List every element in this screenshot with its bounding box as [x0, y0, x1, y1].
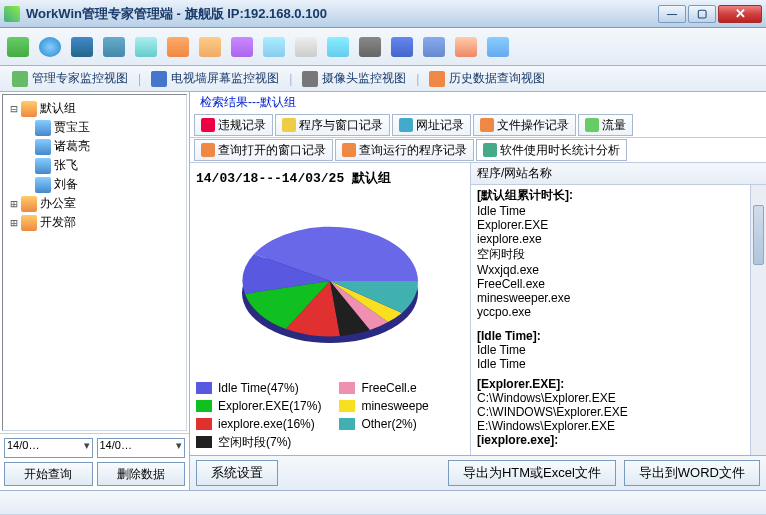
export-word-button[interactable]: 导出到WORD文件: [624, 460, 760, 486]
close-button[interactable]: ✕: [718, 5, 762, 23]
start-query-button[interactable]: 开始查询: [4, 462, 93, 486]
search-result-label: 检索结果---默认组: [190, 92, 766, 113]
delete-data-button[interactable]: 删除数据: [97, 462, 186, 486]
sidebar: ⊟默认组 贾宝玉 诸葛亮 张飞 刘备 ⊞办公室 ⊞开发部 14/0… 14/0……: [0, 92, 190, 490]
view-history-label: 历史数据查询视图: [449, 70, 545, 87]
tb-user-icon[interactable]: [452, 34, 480, 60]
stats-row: C:\WINDOWS\Explorer.EXE: [477, 405, 760, 419]
tab-fileops[interactable]: 文件操作记录: [473, 114, 576, 136]
tb-msg-icon[interactable]: [132, 34, 160, 60]
stats-row: Idle Time6: [477, 204, 760, 218]
stats-panel: 程序/网站名称 [默认组累计时长]: Idle Time6 Explorer.E…: [470, 163, 766, 455]
stats-row: minesweeper.exe4: [477, 291, 760, 305]
stats-section: [Idle Time]:: [477, 329, 760, 343]
tb-clear-icon[interactable]: [292, 34, 320, 60]
record-tabs-row2: 查询打开的窗口记录 查询运行的程序记录 软件使用时长统计分析: [190, 138, 766, 163]
stats-section: [iexplore.exe]:: [477, 433, 760, 447]
status-bar: [0, 490, 766, 514]
tree-node[interactable]: 刘备: [7, 175, 182, 194]
scroll-thumb[interactable]: [753, 205, 764, 265]
legend-item: 空闲时段(7%): [196, 433, 321, 451]
tb-card-icon[interactable]: [420, 34, 448, 60]
stats-row: C:\Windows\Explorer.EXE: [477, 391, 760, 405]
legend-item: Other(2%): [339, 415, 428, 433]
client-tree[interactable]: ⊟默认组 贾宝玉 诸葛亮 张飞 刘备 ⊞办公室 ⊞开发部: [2, 94, 187, 431]
tb-monitor-icon[interactable]: [100, 34, 128, 60]
tree-group-office[interactable]: ⊞办公室: [7, 194, 182, 213]
legend-item: FreeCell.e: [339, 379, 428, 397]
tb-lock-icon[interactable]: [164, 34, 192, 60]
stats-section: [Explorer.EXE]:: [477, 377, 760, 391]
chart-panel: 14/03/18---14/03/25 默认组: [190, 163, 470, 455]
titlebar: WorkWin管理专家管理端 - 旗舰版 IP:192.168.0.100 ─ …: [0, 0, 766, 28]
stats-list[interactable]: [默认组累计时长]: Idle Time6 Explorer.EXE2 iexp…: [471, 185, 766, 455]
stats-scrollbar[interactable]: [750, 185, 766, 455]
tree-group-dev[interactable]: ⊞开发部: [7, 213, 182, 232]
stats-row: yccpo.exe3: [477, 305, 760, 319]
view-tvwall-label: 电视墙屏幕监控视图: [171, 70, 279, 87]
legend-item: minesweepe: [339, 397, 428, 415]
stats-section: [默认组累计时长]:: [477, 187, 760, 204]
app-icon: [4, 6, 20, 22]
pie-chart: [196, 193, 464, 379]
tb-screens-icon[interactable]: [68, 34, 96, 60]
legend-item: iexplore.exe(16%): [196, 415, 321, 433]
view-camera-label: 摄像头监控视图: [322, 70, 406, 87]
stats-column-header: 程序/网站名称: [471, 163, 766, 185]
tb-sync-icon[interactable]: [324, 34, 352, 60]
tab-urls[interactable]: 网址记录: [392, 114, 471, 136]
sidebar-controls: 14/0… 14/0… 开始查询 删除数据: [0, 433, 189, 490]
view-monitor[interactable]: 管理专家监控视图: [6, 68, 134, 89]
system-settings-button[interactable]: 系统设置: [196, 460, 278, 486]
tb-key-icon[interactable]: [196, 34, 224, 60]
tab-usage-stats[interactable]: 软件使用时长统计分析: [476, 139, 627, 161]
minimize-button[interactable]: ─: [658, 5, 686, 23]
tb-settings-icon[interactable]: [484, 34, 512, 60]
tree-node[interactable]: 张飞: [7, 156, 182, 175]
tab-more[interactable]: 流量: [578, 114, 633, 136]
tb-disk-icon[interactable]: [388, 34, 416, 60]
tb-camera-icon[interactable]: [356, 34, 384, 60]
tab-query-proc[interactable]: 查询运行的程序记录: [335, 139, 474, 161]
content-pane: 检索结果---默认组 违规记录 程序与窗口记录 网址记录 文件操作记录 流量 查…: [190, 92, 766, 490]
bottom-button-bar: 系统设置 导出为HTM或Excel文件 导出到WORD文件: [190, 455, 766, 490]
window-title: WorkWin管理专家管理端 - 旗舰版 IP:192.168.0.100: [26, 5, 656, 23]
stats-row: E:\Windows\Explorer.EXE: [477, 419, 760, 433]
tb-refresh-icon[interactable]: [4, 34, 32, 60]
chart-title: 14/03/18---14/03/25 默认组: [196, 167, 464, 193]
pie-svg: [225, 201, 435, 371]
stats-row: Idle Time: [477, 343, 760, 357]
date-to[interactable]: 14/0…: [97, 438, 186, 458]
tb-find-icon[interactable]: [260, 34, 288, 60]
chart-legend: Idle Time(47%) Explorer.EXE(17%) iexplor…: [196, 379, 464, 451]
stats-row: Explorer.EXE2: [477, 218, 760, 232]
legend-item: Idle Time(47%): [196, 379, 321, 397]
tb-globe-icon[interactable]: [36, 34, 64, 60]
record-tabs-row1: 违规记录 程序与窗口记录 网址记录 文件操作记录 流量: [190, 113, 766, 138]
stats-row: iexplore.exe2: [477, 232, 760, 246]
stats-row: 空闲时段: [477, 246, 760, 263]
tree-node[interactable]: 诸葛亮: [7, 137, 182, 156]
tb-home-icon[interactable]: [228, 34, 256, 60]
view-camera[interactable]: 摄像头监控视图: [296, 68, 412, 89]
main-area: ⊟默认组 贾宝玉 诸葛亮 张飞 刘备 ⊞办公室 ⊞开发部 14/0… 14/0……: [0, 92, 766, 490]
stats-row: FreeCell.exe: [477, 277, 760, 291]
date-from[interactable]: 14/0…: [4, 438, 93, 458]
main-toolbar: [0, 28, 766, 66]
chart-area: 14/03/18---14/03/25 默认组: [190, 163, 766, 455]
tab-progwin[interactable]: 程序与窗口记录: [275, 114, 390, 136]
export-excel-button[interactable]: 导出为HTM或Excel文件: [448, 460, 616, 486]
view-tvwall[interactable]: 电视墙屏幕监控视图: [145, 68, 285, 89]
view-monitor-label: 管理专家监控视图: [32, 70, 128, 87]
view-history[interactable]: 历史数据查询视图: [423, 68, 551, 89]
stats-row: Idle Time: [477, 357, 760, 371]
stats-row: Wxxjqd.exe: [477, 263, 760, 277]
tree-group-default[interactable]: ⊟默认组: [7, 99, 182, 118]
legend-item: Explorer.EXE(17%): [196, 397, 321, 415]
tab-query-window[interactable]: 查询打开的窗口记录: [194, 139, 333, 161]
tree-node[interactable]: 贾宝玉: [7, 118, 182, 137]
tab-violation[interactable]: 违规记录: [194, 114, 273, 136]
view-tabs: 管理专家监控视图 | 电视墙屏幕监控视图 | 摄像头监控视图 | 历史数据查询视…: [0, 66, 766, 92]
maximize-button[interactable]: ▢: [688, 5, 716, 23]
